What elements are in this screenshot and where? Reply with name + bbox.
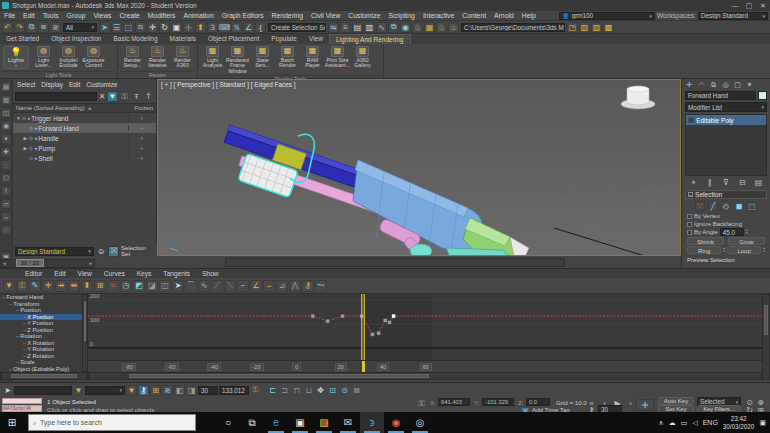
user-account-dropdown[interactable]: 👤 grm100▾ (559, 12, 655, 20)
volume-icon[interactable]: ◁ (692, 419, 697, 427)
graph-vertical-scrollbar[interactable] (762, 294, 770, 380)
lock-selection-icon[interactable]: ⚿ (16, 280, 28, 292)
pan-track-view-icon[interactable]: ✥ (315, 385, 326, 396)
modifier-list-dropdown[interactable]: Modifier List▾ (685, 102, 767, 112)
next-frame-icon[interactable]: › (625, 398, 636, 409)
select-and-manipulate-icon[interactable]: ３ (207, 22, 218, 33)
zoom-time-icon[interactable]: ⊓ (291, 385, 302, 396)
menu-item[interactable]: Civil View (307, 12, 344, 19)
utilities-tab-icon[interactable]: ✶ (744, 80, 755, 90)
workspace-dropdown[interactable]: Design Standard▾ (698, 12, 768, 20)
3ds-max-icon[interactable]: ϶ (360, 412, 384, 433)
slide-keys-icon[interactable]: ⇸ (55, 280, 67, 292)
layer-explorer-icon[interactable]: ▥ (1, 95, 11, 105)
time-slider-handle[interactable]: 30 / 20 (16, 259, 44, 267)
light-icon[interactable]: ✦ (1, 134, 11, 144)
tangent-auto-icon[interactable]: ⌒ (185, 280, 197, 292)
open-scene-icon[interactable]: ▨ (591, 22, 602, 33)
clear-search-icon[interactable]: ✕ (98, 91, 106, 102)
render-setup-icon[interactable]: ♨ (412, 22, 423, 33)
show-selected-keys-icon[interactable]: ▼ (126, 385, 137, 396)
scene-explorer-menu[interactable]: Display (41, 81, 63, 88)
column-header-name[interactable]: Name (Sorted Ascending) (16, 105, 85, 111)
selection-filter-dropdown[interactable]: All▾ (63, 23, 97, 32)
by-angle-checkbox[interactable] (687, 230, 692, 235)
object-color-swatch[interactable] (758, 91, 767, 100)
tree-horizontal-scrollbar[interactable] (0, 372, 88, 380)
scene-explorer-menu[interactable]: Select (17, 81, 35, 88)
store-icon[interactable]: ▣ (288, 412, 312, 433)
region-keys-icon[interactable]: ◷ (120, 280, 132, 292)
scale-values-icon[interactable]: ⬍ (81, 280, 93, 292)
unlink-selection-icon[interactable]: ⧈ (38, 22, 49, 33)
track-view-menu[interactable]: Curves (104, 270, 125, 277)
menu-item[interactable]: Edit (19, 12, 39, 19)
column-header-frozen[interactable]: Frozen (134, 105, 153, 111)
ribbon-button[interactable]: ▦Rendered Frame Window (225, 45, 250, 74)
track-view-menu[interactable]: Keys (137, 270, 152, 277)
tangent-slow-icon[interactable]: ⟍ (224, 280, 236, 292)
scene-explorer-menu[interactable]: Customize (86, 81, 117, 88)
time-slider[interactable]: ◂ 30 / 20 ▸ (0, 259, 95, 268)
ribbon-button[interactable]: ▦A360 Gallery (350, 45, 375, 74)
modify-tab-icon[interactable]: ◠ (696, 80, 707, 90)
clock[interactable]: 23:42 30/03/2020 (723, 415, 755, 429)
render-production-icon[interactable]: ♨ (436, 22, 447, 33)
selection-lock-icon[interactable]: ⛝ (108, 246, 119, 257)
maxscript-mini-listener[interactable] (2, 398, 42, 404)
ribbon-button[interactable]: ◍Light Lister... (31, 45, 56, 70)
shrink-button[interactable]: Shrink (687, 237, 724, 245)
ribbon-button[interactable]: ▦Batch Render (275, 45, 300, 74)
project-folder-dropdown[interactable]: C:\Users\George\Documents\3ds Max 2020▾ (461, 23, 565, 32)
select-by-name-icon[interactable]: ☰ (111, 22, 122, 33)
cortana-icon[interactable]: ○ (216, 412, 240, 433)
scene-explorer-search-input[interactable] (15, 92, 97, 101)
footer-workspace-dropdown[interactable]: Design Standard▾ (15, 247, 94, 256)
particles-icon[interactable]: ∴ (1, 225, 11, 235)
shotgun-model[interactable] (224, 125, 529, 256)
edge-subobject-icon[interactable]: ╱ (708, 201, 718, 211)
menu-item[interactable]: Interactive (419, 12, 458, 19)
select-tool-icon[interactable]: ➤ (172, 280, 184, 292)
ribbon-tab[interactable]: Populate (265, 34, 303, 44)
configure-modifier-sets-icon[interactable]: ▤ (753, 177, 764, 188)
render-iterative-icon[interactable]: ♨ (448, 22, 459, 33)
zoom-region-track-icon[interactable]: ⊡ (327, 385, 338, 396)
scene-explorer-item[interactable]: ▶ ⟐ ● Pump ✛ (13, 143, 156, 153)
param-curves-icon[interactable]: ◫ (159, 280, 171, 292)
scene-explorer-item[interactable]: ▼ ⟐ ● Trigger Hand ✛ (13, 113, 156, 123)
viewport-label[interactable]: [ + ] [ Perspective ] [ Standard ] [ Edg… (161, 81, 295, 88)
angle-snap-icon[interactable]: ∠ (243, 22, 254, 33)
grow-button[interactable]: Grow (728, 237, 765, 245)
menu-item[interactable]: Graph Editors (218, 12, 268, 19)
schematic-view-icon[interactable]: ⧉ (388, 22, 399, 33)
pin-stack-icon[interactable]: ⌖ (688, 177, 699, 188)
zoom-values-icon[interactable]: ⊔ (303, 385, 314, 396)
tangent-spline-icon[interactable]: ∿ (198, 280, 210, 292)
ring-spinner[interactable]: ▴▾ (723, 247, 725, 254)
isolate-curve-icon[interactable]: ≋ (162, 385, 173, 396)
select-and-scale-icon[interactable]: ▣ (171, 22, 182, 33)
align-icon[interactable]: ≡ (340, 22, 351, 33)
named-selection-set-field[interactable]: Create Selection Se▾ (268, 23, 326, 32)
create-tab-icon[interactable]: ✛ (684, 80, 695, 90)
remove-modifier-icon[interactable]: ⊟ (737, 177, 748, 188)
key-time-field[interactable]: 30 (198, 386, 218, 395)
snap-key-icon[interactable]: ⊞ (150, 385, 161, 396)
time-ruler[interactable]: -80-60-40-200204060 (88, 360, 762, 372)
menu-item[interactable]: Modifiers (144, 12, 180, 19)
rendered-frame-icon[interactable]: ▦ (424, 22, 435, 33)
by-vertex-checkbox[interactable] (687, 214, 692, 219)
lock-explorer-icon[interactable]: ⚿ (119, 91, 130, 102)
add-keys-icon[interactable]: ⊞ (94, 280, 106, 292)
snaps-toggle-icon[interactable]: ％ (231, 22, 242, 33)
spinner-snap-icon[interactable]: ◨ (186, 385, 197, 396)
loop-spinner[interactable]: ▴▾ (763, 247, 765, 254)
track-view-menu[interactable]: View (78, 270, 92, 277)
collapse-rollout-icon[interactable]: − (688, 192, 693, 197)
polygon-subobject-icon[interactable]: ◼ (734, 201, 744, 211)
graph-horizontal-scrollbar[interactable] (88, 372, 762, 380)
cloth-icon[interactable]: ▱ (1, 199, 11, 209)
key-mode-icon[interactable]: ⚷ (138, 385, 149, 396)
select-and-rotate-icon[interactable]: ↻ (159, 22, 170, 33)
